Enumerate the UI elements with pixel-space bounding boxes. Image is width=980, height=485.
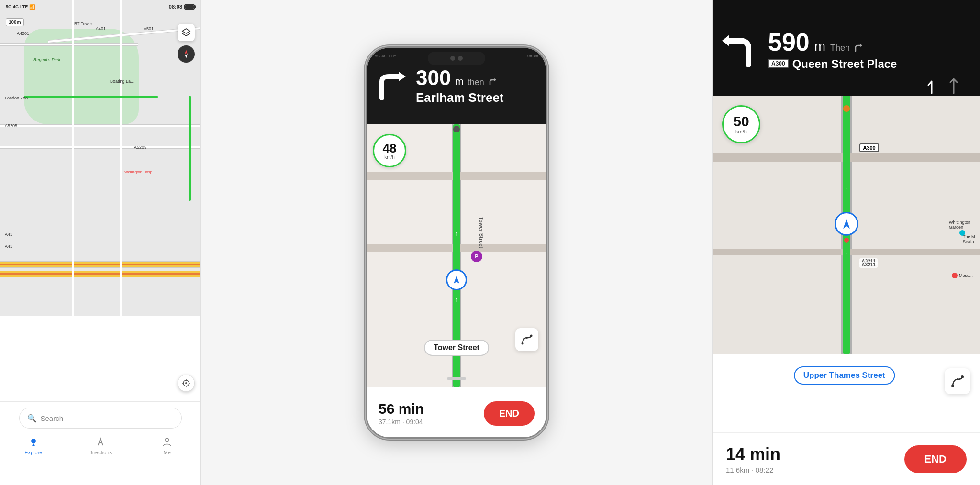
layers-button[interactable]	[178, 24, 195, 41]
svg-marker-13	[494, 78, 496, 81]
road-vertical-2	[120, 0, 122, 316]
a501-label: A501	[144, 26, 154, 31]
a300-map-badge: A300	[859, 143, 879, 152]
speed-circle: 48 km/h	[373, 134, 406, 167]
nav-unit: m	[455, 76, 463, 88]
nav-info: 300 m then Earlham Street	[416, 67, 538, 105]
road-a5205-1	[0, 124, 200, 127]
a5205-1-label: A5205	[5, 123, 17, 128]
lane-straight-icon	[947, 77, 961, 96]
search-icon: 🔍	[27, 414, 37, 423]
tab-directions[interactable]: Directions	[67, 436, 134, 455]
svg-marker-0	[182, 29, 190, 33]
lane-left-icon	[924, 77, 939, 96]
road-a5205-2	[0, 146, 200, 149]
regents-park-label: Regent's Park	[33, 57, 60, 62]
nd-then: Then	[830, 43, 863, 53]
turn-arrow-container	[375, 69, 408, 103]
nd-junction-marker	[843, 105, 850, 112]
lane-indicators	[924, 77, 961, 96]
svg-marker-1	[185, 50, 188, 54]
svg-marker-12	[399, 72, 406, 81]
status-left: 5G 4G LTE 📶	[6, 4, 35, 10]
svg-marker-21	[843, 219, 850, 229]
search-placeholder: Search	[41, 414, 64, 422]
map-status-bar: 5G 4G LTE 📶 08:08	[6, 4, 195, 10]
nd-route-arrow-2: ↑	[845, 251, 848, 258]
then-arrow-icon	[488, 78, 497, 87]
nd-route-arrow-1: ↑	[845, 186, 848, 193]
whittington-garden-label: WhittingtonGarden	[949, 220, 970, 230]
route-options-button[interactable]	[515, 328, 538, 351]
road-a41-1	[0, 261, 200, 268]
london-zoo-label: London Zoo	[5, 96, 28, 100]
nd-waypoint-marker	[844, 238, 849, 242]
nd-eta-info: 14 min 11.6km · 08:22	[726, 444, 780, 474]
road-a41-2	[0, 271, 200, 277]
wellington-label: Wellington Hosp...	[124, 170, 156, 174]
phone-signal: 5G 4G LTE	[375, 54, 396, 58]
location-button[interactable]	[178, 375, 195, 392]
nd-route-icon	[950, 374, 965, 389]
speed-unit: km/h	[384, 154, 395, 160]
a401-label: A401	[96, 26, 106, 31]
nav-distance: 300	[416, 67, 451, 88]
navigation-arrow-icon	[452, 275, 461, 285]
explore-label: Explore	[24, 450, 42, 455]
phone-time: 08:08	[527, 54, 538, 58]
svg-point-4	[185, 382, 187, 384]
nd-eta-details: 11.6km · 08:22	[726, 466, 780, 474]
a4201-label: A4201	[17, 31, 29, 36]
directions-label: Directions	[89, 450, 112, 455]
end-navigation-button[interactable]: END	[484, 401, 535, 426]
compass-button[interactable]	[178, 45, 195, 63]
phone-eta-bar: 56 min 37.1km · 09:04 END	[367, 389, 546, 437]
signal-4g: 4G	[13, 4, 19, 9]
svg-marker-2	[185, 54, 188, 58]
svg-point-17	[526, 337, 528, 339]
nd-then-arrow	[854, 44, 863, 53]
panel-phone-navigation: 5G 4G LTE 08:08 300 m then	[201, 0, 712, 485]
parking-marker: P	[471, 251, 482, 262]
route-line-horizontal	[24, 96, 158, 98]
eta-info: 56 min 37.1km · 09:04	[379, 401, 424, 426]
search-bar[interactable]: 🔍 Search	[19, 408, 182, 429]
nd-street: Queen Street Place	[792, 57, 897, 71]
nav-detail-turn-icon	[722, 31, 760, 69]
panel-map-overview: BT Tower A4201 A401 A501 Regent's Park B…	[0, 0, 201, 485]
map-bottom-bar: 🔍 Search Explore Directions Me	[0, 401, 200, 485]
nd-unit: m	[814, 39, 825, 54]
nav-tabs: Explore Directions Me	[0, 436, 200, 455]
svg-point-24	[957, 378, 958, 380]
location-name-bubble: Tower Street	[424, 340, 489, 356]
tab-explore[interactable]: Explore	[0, 436, 67, 455]
map-background: BT Tower A4201 A401 A501 Regent's Park B…	[0, 0, 200, 316]
svg-point-22	[951, 385, 954, 387]
compass-icon	[181, 49, 191, 59]
svg-marker-14	[454, 276, 459, 284]
nav-detail-info: 590 m Then A300 Queen Street Place	[768, 30, 970, 71]
a41-2-label: A41	[5, 244, 12, 249]
svg-point-16	[530, 335, 533, 337]
nd-navigation-arrow	[841, 218, 852, 230]
route-icon	[520, 333, 534, 346]
nd-speed-unit: km/h	[735, 129, 747, 134]
a3211-label-2: A3211	[859, 262, 877, 268]
phone-location-pin	[446, 269, 467, 290]
map-tiles: BT Tower A4201 A401 A501 Regent's Park B…	[0, 0, 200, 316]
road-a4201	[0, 43, 138, 46]
nd-end-navigation-button[interactable]: END	[904, 445, 967, 473]
phone-notch	[428, 52, 485, 65]
nd-eta-bar: 14 min 11.6km · 08:22 END	[713, 432, 980, 485]
teal-marker	[959, 230, 966, 236]
explore-icon	[28, 436, 39, 448]
route-arrow-up-2: ↑	[455, 296, 458, 303]
my-location-icon	[182, 379, 190, 387]
tower-street-map-label: Tower Street	[479, 217, 484, 248]
tab-me[interactable]: Me	[134, 436, 200, 455]
camera-dot-2	[458, 56, 463, 61]
nd-route-options-button[interactable]	[945, 368, 970, 394]
svg-point-15	[522, 342, 524, 345]
svg-point-9	[31, 439, 36, 443]
nd-location-pin	[835, 212, 858, 236]
